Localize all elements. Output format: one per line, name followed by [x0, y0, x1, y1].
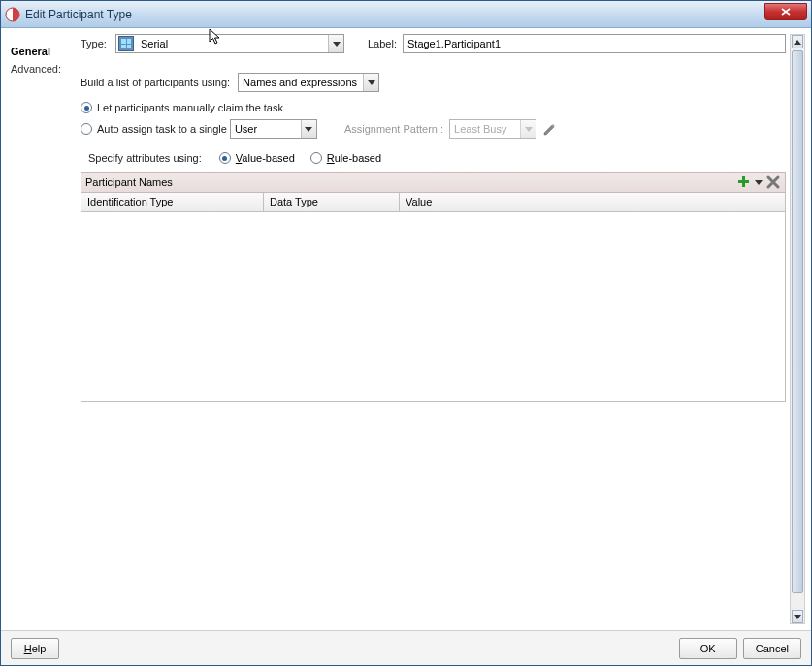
build-label: Build a list of participants using:	[81, 77, 230, 88]
add-dropdown[interactable]	[755, 180, 763, 185]
svg-rect-2	[738, 180, 749, 183]
app-icon	[5, 7, 20, 22]
add-button[interactable]	[736, 174, 752, 190]
assignment-pattern-label: Assignment Pattern :	[344, 123, 443, 135]
radio-value-based[interactable]	[219, 152, 231, 164]
cancel-button[interactable]: Cancel	[743, 638, 801, 659]
auto-assign-target-combo[interactable]: User	[230, 119, 317, 139]
dialog-footer: Help OK Cancel	[1, 630, 811, 665]
dialog-window: Edit Participant Type General Advanced: …	[0, 0, 812, 666]
assignment-pattern-combo: Least Busy	[449, 119, 536, 139]
scroll-up-icon[interactable]	[792, 35, 803, 48]
radio-value-based-wrap[interactable]: Value-based	[219, 152, 295, 164]
titlebar: Edit Participant Type	[1, 1, 811, 28]
delete-button[interactable]	[765, 174, 781, 190]
chevron-down-icon	[520, 120, 536, 138]
dialog-title: Edit Participant Type	[25, 8, 132, 21]
participant-names-title: Participant Names	[85, 176, 736, 188]
radio-manual-label: Let participants manually claim the task	[97, 102, 283, 113]
auto-assign-row: Auto assign task to a single User Assign…	[81, 119, 786, 139]
col-identification-type[interactable]: Identification Type	[81, 193, 264, 211]
dialog-body: General Advanced: Type: Serial Label:	[1, 28, 811, 665]
participant-table: Identification Type Data Type Value	[81, 193, 786, 402]
sidebar: General Advanced:	[7, 34, 75, 624]
close-button[interactable]	[764, 3, 807, 20]
radio-auto-assign[interactable]	[81, 123, 92, 135]
label-label: Label:	[368, 38, 397, 49]
content-panel: Type: Serial Label: Build a list of part…	[81, 34, 805, 624]
type-label: Type:	[81, 38, 115, 49]
assignment-value: Least Busy	[450, 123, 520, 135]
label-input[interactable]	[403, 34, 786, 53]
type-combo[interactable]: Serial	[115, 34, 344, 53]
ok-button[interactable]: OK	[679, 638, 737, 659]
serial-icon	[118, 36, 134, 51]
scroll-down-icon[interactable]	[792, 610, 803, 623]
radio-rule-based-label: Rule-based	[327, 152, 381, 164]
type-row: Type: Serial Label:	[81, 34, 786, 53]
radio-auto-label: Auto assign task to a single	[97, 123, 227, 135]
type-value: Serial	[137, 38, 328, 49]
specify-row: Specify attributes using: Value-based Ru…	[81, 152, 786, 164]
sidebar-item-general[interactable]: General	[7, 44, 75, 59]
table-header: Identification Type Data Type Value	[81, 193, 785, 212]
build-combo[interactable]: Names and expressions	[238, 73, 379, 92]
participant-names-header: Participant Names	[81, 172, 786, 193]
auto-target-value: User	[231, 123, 301, 135]
main-area: General Advanced: Type: Serial Label:	[1, 28, 811, 630]
col-data-type[interactable]: Data Type	[264, 193, 400, 211]
scrollbar-thumb[interactable]	[792, 50, 803, 593]
manual-claim-row: Let participants manually claim the task	[81, 102, 786, 113]
chevron-down-icon	[363, 74, 378, 91]
help-button[interactable]: Help	[11, 638, 59, 659]
build-value: Names and expressions	[239, 77, 363, 88]
edit-pencil-icon[interactable]	[542, 121, 558, 137]
vertical-scrollbar[interactable]	[790, 34, 805, 624]
sidebar-item-advanced[interactable]: Advanced:	[7, 61, 75, 77]
radio-rule-based-wrap[interactable]: Rule-based	[310, 152, 381, 164]
radio-manual-claim[interactable]	[81, 102, 92, 113]
radio-value-based-label: Value-based	[236, 152, 295, 164]
build-row: Build a list of participants using: Name…	[81, 73, 786, 92]
chevron-down-icon	[328, 35, 343, 52]
radio-rule-based[interactable]	[310, 152, 322, 164]
specify-label: Specify attributes using:	[88, 152, 202, 164]
col-value[interactable]: Value	[400, 193, 785, 211]
chevron-down-icon	[301, 120, 316, 138]
